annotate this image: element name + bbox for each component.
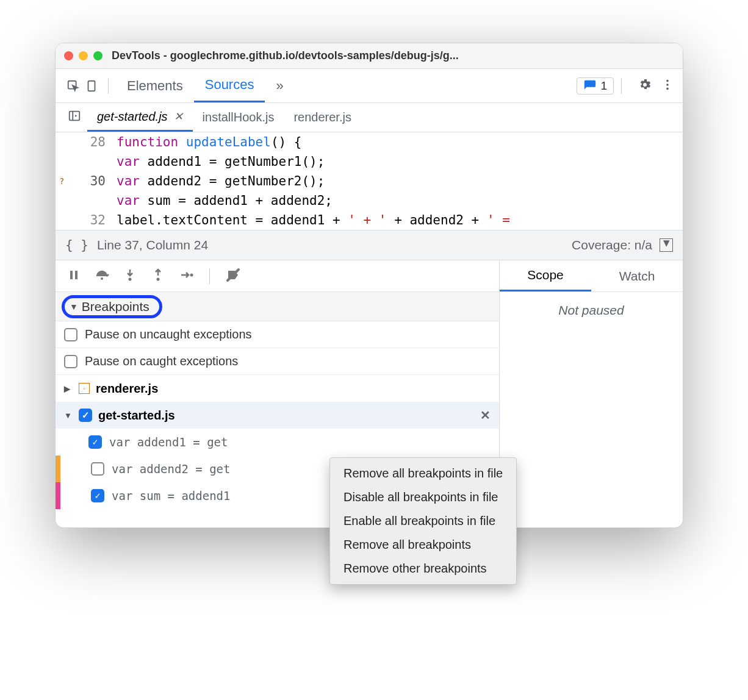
logpoint-marker[interactable]: ··31 (56, 191, 112, 210)
svg-point-3 (666, 84, 669, 86)
divider (108, 78, 109, 94)
svg-point-9 (129, 277, 132, 280)
gutter: 28 29 ?30 ··31 32 (56, 132, 112, 230)
option-label: Pause on caught exceptions (85, 354, 238, 368)
divider (209, 268, 210, 284)
checkbox[interactable]: ✓ (88, 435, 102, 449)
file-tab-label: get-started.js (97, 110, 168, 124)
close-button[interactable] (64, 51, 73, 60)
checkbox[interactable] (64, 328, 77, 341)
bp-code: var addend1 = get (109, 435, 228, 449)
bp-color-marker (76, 429, 81, 455)
issues-badge[interactable]: 1 (577, 77, 614, 95)
maximize-button[interactable] (93, 51, 102, 60)
kebab-menu-icon[interactable] (661, 78, 674, 94)
file-tabs: get-started.js ✕ installHook.js renderer… (56, 103, 683, 132)
checkbox[interactable] (91, 462, 104, 476)
checkbox[interactable]: ✓ (79, 409, 92, 422)
pause-icon[interactable] (67, 268, 81, 285)
svg-rect-7 (75, 271, 77, 279)
bp-code: var addend2 = get (112, 462, 230, 476)
context-menu: Remove all breakpoints in file Disable a… (329, 457, 517, 585)
svg-rect-1 (88, 80, 95, 91)
file-name: renderer.js (96, 382, 158, 396)
bp-color-marker (56, 482, 60, 509)
step-icon[interactable] (179, 268, 193, 285)
ctx-enable-all-in-file[interactable]: Enable all breakpoints in file (330, 509, 516, 533)
settings-icon[interactable] (638, 77, 652, 95)
step-out-icon[interactable] (151, 268, 165, 285)
deactivate-breakpoints-icon[interactable] (226, 268, 240, 285)
breakpoints-highlight: ▼ Breakpoints (62, 295, 162, 318)
window-controls (64, 51, 102, 60)
coverage-dropdown-icon[interactable]: ▾ (660, 238, 673, 252)
conditional-breakpoint-marker[interactable]: ?30 (56, 171, 112, 191)
inspect-icon[interactable] (64, 79, 82, 93)
svg-point-10 (157, 277, 160, 280)
checkbox[interactable] (64, 355, 77, 368)
section-label: Breakpoints (82, 299, 149, 314)
debug-controls (56, 260, 499, 292)
step-into-icon[interactable] (123, 268, 137, 285)
code-editor[interactable]: 28 29 ?30 ··31 32 function updateLabel()… (56, 132, 683, 230)
watch-tab[interactable]: Watch (591, 260, 683, 291)
line-number[interactable]: 32 (56, 210, 112, 230)
show-navigator-icon[interactable] (68, 109, 81, 126)
svg-point-11 (190, 273, 193, 276)
titlebar: DevTools - googlechrome.github.io/devtoo… (56, 43, 683, 69)
pause-uncaught-row[interactable]: Pause on uncaught exceptions (56, 321, 499, 348)
status-bar: { } Line 37, Column 24 Coverage: n/a ▾ (56, 230, 683, 260)
expand-icon[interactable]: ▶ (64, 384, 73, 393)
bp-code: var sum = addend1 (112, 489, 230, 502)
pretty-print-icon[interactable]: { } (65, 238, 88, 252)
js-file-icon: ◦ (79, 383, 90, 394)
file-tab-get-started[interactable]: get-started.js ✕ (87, 103, 193, 132)
option-label: Pause on uncaught exceptions (85, 327, 252, 341)
checkbox[interactable]: ✓ (91, 489, 104, 502)
file-tab-installhook[interactable]: installHook.js (193, 103, 284, 132)
expand-icon: ▼ (70, 302, 78, 312)
cursor-position: Line 37, Column 24 (97, 238, 208, 252)
svg-rect-6 (70, 271, 73, 279)
line-number[interactable]: 28 (56, 132, 112, 152)
minimize-button[interactable] (79, 51, 88, 60)
remove-group-icon[interactable]: ✕ (480, 408, 491, 423)
coverage-label: Coverage: n/a (572, 238, 652, 252)
file-name: get-started.js (98, 409, 175, 423)
right-sidebar: Scope Watch Not paused (500, 260, 683, 527)
device-toggle-icon[interactable] (82, 79, 101, 93)
close-tab-icon[interactable]: ✕ (174, 110, 183, 123)
ctx-remove-all-in-file[interactable]: Remove all breakpoints in file (330, 462, 516, 485)
ctx-remove-all[interactable]: Remove all breakpoints (330, 533, 516, 557)
issues-count: 1 (600, 79, 607, 93)
svg-point-2 (666, 79, 669, 82)
bp-color-marker (56, 455, 60, 482)
ctx-remove-other[interactable]: Remove other breakpoints (330, 557, 516, 580)
pause-caught-row[interactable]: Pause on caught exceptions (56, 348, 499, 375)
expand-icon[interactable]: ▼ (64, 411, 73, 420)
svg-point-4 (666, 87, 669, 90)
code-area[interactable]: function updateLabel() { var addend1 = g… (112, 132, 683, 230)
not-paused-message: Not paused (500, 292, 683, 329)
tab-sources[interactable]: Sources (194, 69, 265, 102)
divider (621, 78, 622, 94)
scope-tab[interactable]: Scope (500, 260, 591, 291)
svg-rect-5 (70, 112, 80, 121)
step-over-icon[interactable] (95, 268, 109, 285)
ctx-disable-all-in-file[interactable]: Disable all breakpoints in file (330, 485, 516, 509)
file-group-get-started[interactable]: ▼ ✓ get-started.js ✕ (56, 402, 499, 429)
file-tab-renderer[interactable]: renderer.js (284, 103, 361, 132)
window-title: DevTools - googlechrome.github.io/devtoo… (112, 49, 459, 62)
devtools-window: DevTools - googlechrome.github.io/devtoo… (55, 43, 683, 528)
more-tabs-icon[interactable]: » (265, 69, 294, 102)
svg-point-8 (101, 277, 103, 280)
tab-elements[interactable]: Elements (116, 69, 194, 102)
main-toolbar: Elements Sources » 1 (56, 69, 683, 103)
breakpoint-entry[interactable]: ✓ var addend1 = get (56, 429, 499, 455)
breakpoints-section-header[interactable]: ▼ Breakpoints (56, 292, 499, 321)
breakpoint-marker[interactable]: 29 (56, 152, 112, 171)
file-group-renderer[interactable]: ▶ ◦ renderer.js (56, 375, 499, 402)
